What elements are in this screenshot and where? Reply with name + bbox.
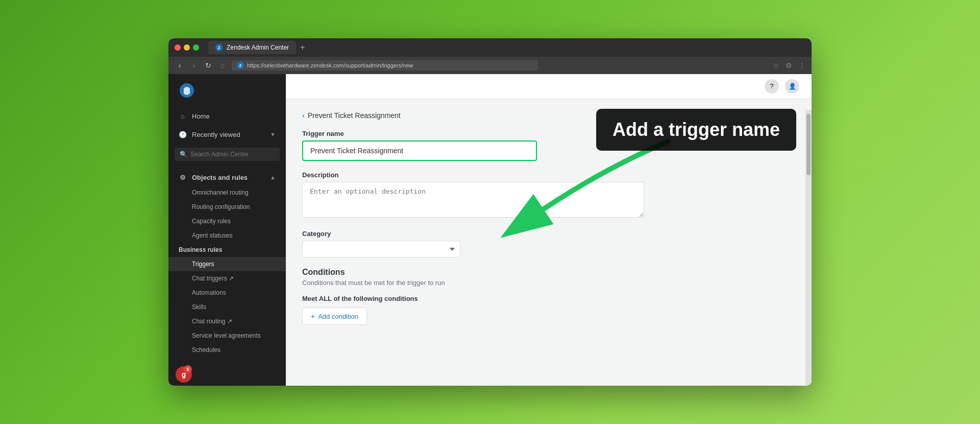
plus-icon: + [311,312,315,320]
zendesk-favicon: Z [215,44,223,51]
sidebar-item-chat-triggers[interactable]: Chat triggers ↗ [168,271,286,286]
sidebar-item-home[interactable]: ⌂ Home [168,107,286,125]
browser-chrome: Z Zendesk Admin Center + [168,38,812,57]
close-button[interactable] [175,44,181,51]
category-group: Category [302,230,729,257]
address-bar[interactable]: Z https://selectivehardware.zendesk.com/… [232,60,538,70]
chevron-down-icon: ▼ [270,131,276,137]
capacity-rules-label: Capacity rules [192,218,231,225]
clock-icon: 🕐 [179,130,187,138]
agent-statuses-label: Agent statuses [192,232,232,239]
new-tab-button[interactable]: + [300,43,305,52]
forward-button[interactable]: › [189,61,199,69]
scrollbar-track [805,110,812,386]
sidebar-item-skills[interactable]: Skills [168,300,286,314]
main-content: ? 👤 ‹ Prevent Ticket Reassignment Trigge… [286,74,812,386]
business-rules-label: Business rules [179,246,222,253]
bookmark-icon[interactable]: ☆ [773,61,779,69]
breadcrumb-current: Prevent Ticket Reassignment [308,111,401,120]
trigger-name-input[interactable] [302,140,537,161]
sidebar-item-triggers[interactable]: Triggers [168,257,286,271]
tab-label: Zendesk Admin Center [227,44,289,51]
conditions-title: Conditions [302,268,729,277]
schedules-label: Schedules [192,346,220,354]
traffic-lights [175,44,199,51]
description-label: Description [302,171,729,179]
conditions-group: Conditions Conditions that must be met f… [302,268,729,325]
search-icon: 🔍 [180,151,187,158]
sidebar-item-automations[interactable]: Automations [168,286,286,300]
nav-right: ☆ ⚙ ⋮ [773,61,805,69]
sidebar-item-omnichannel[interactable]: Omnichannel routing [168,185,286,200]
scrollbar-thumb[interactable] [806,114,811,175]
chat-routing-label: Chat routing ↗ [192,318,232,325]
sidebar-search-container[interactable]: 🔍 [175,148,280,161]
address-text: https://selectivehardware.zendesk.com/su… [247,62,413,68]
conditions-subtitle: Conditions that must be met for the trig… [302,279,729,287]
add-condition-label: Add condition [318,313,358,320]
zendesk-logo-icon [179,82,195,99]
description-group: Description [302,171,729,220]
menu-icon[interactable]: ⋮ [798,61,805,69]
sidebar-item-capacity-rules[interactable]: Capacity rules [168,214,286,228]
account-button[interactable]: 👤 [785,79,799,93]
skills-label: Skills [192,303,206,311]
meet-all-label: Meet ALL of the following conditions [302,295,729,302]
sidebar-item-agent-statuses[interactable]: Agent statuses [168,228,286,243]
automations-label: Automations [192,289,226,296]
annotation-text: Add a trigger name [612,119,780,140]
category-label: Category [302,230,729,238]
triggers-label: Triggers [192,261,214,268]
notification-badge: 5 [184,365,192,373]
sidebar-item-sla[interactable]: Service level agreements [168,328,286,343]
main-topbar: ? 👤 [286,74,812,99]
sidebar-item-schedules[interactable]: Schedules [168,343,286,357]
home-button[interactable]: ⌂ [217,61,228,69]
account-icon: 👤 [789,83,796,90]
sidebar-business-rules-label: Business rules [168,243,286,257]
objects-rules-label: Objects and rules [192,174,248,181]
tab-bar: Z Zendesk Admin Center + [208,41,305,54]
omnichannel-label: Omnichannel routing [192,189,249,196]
category-select[interactable] [302,241,460,257]
add-condition-button[interactable]: + Add condition [302,308,367,325]
chevron-up-icon: ▲ [270,174,276,180]
routing-config-label: Routing configuration [192,203,250,210]
active-tab[interactable]: Z Zendesk Admin Center [208,41,296,54]
sidebar: ⌂ Home 🕐 Recently viewed ▼ 🔍 ⚙ [168,74,286,386]
sidebar-logo [168,74,286,107]
help-button[interactable]: ? [765,79,779,93]
reload-button[interactable]: ↻ [203,61,213,69]
breadcrumb-back-icon: ‹ [302,111,305,120]
chat-triggers-label: Chat triggers ↗ [192,275,234,282]
description-input[interactable] [302,182,644,218]
sidebar-item-chat-routing[interactable]: Chat routing ↗ [168,314,286,328]
objects-icon: ⚙ [179,173,187,181]
annotation-tooltip: Add a trigger name [596,109,796,151]
maximize-button[interactable] [193,44,199,51]
home-label: Home [192,112,210,120]
objects-rules-section: ⚙ Objects and rules ▲ Omnichannel routin… [168,165,286,361]
recently-viewed-label: Recently viewed [192,131,240,138]
sidebar-item-routing-config[interactable]: Routing configuration [168,200,286,214]
app-body: ⌂ Home 🕐 Recently viewed ▼ 🔍 ⚙ [168,74,812,386]
back-button[interactable]: ‹ [175,61,185,69]
nav-bar: ‹ › ↻ ⌂ Z https://selectivehardware.zend… [168,57,812,74]
extensions-icon[interactable]: ⚙ [786,61,792,69]
sla-label: Service level agreements [192,332,261,339]
question-icon: ? [770,83,774,90]
minimize-button[interactable] [184,44,190,51]
secure-icon: Z [237,62,244,69]
home-icon: ⌂ [179,112,187,120]
objects-rules-header[interactable]: ⚙ Objects and rules ▲ [168,169,286,185]
sidebar-item-recently-viewed[interactable]: 🕐 Recently viewed ▼ [168,125,286,144]
search-input[interactable] [190,151,275,158]
